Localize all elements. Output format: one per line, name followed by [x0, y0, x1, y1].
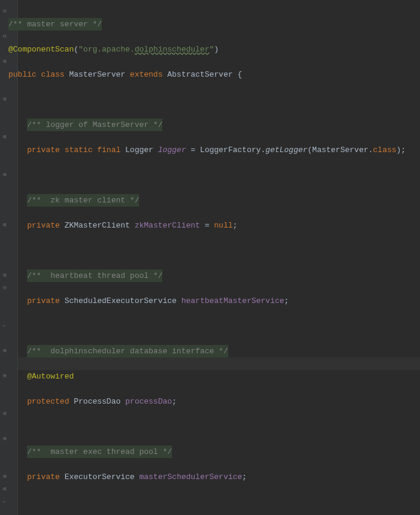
fold-minus-icon[interactable]: ⊟: [2, 8, 8, 14]
keyword: private: [27, 219, 64, 232]
fold-plus-icon[interactable]: ⊞: [2, 59, 8, 65]
text: ;: [172, 395, 177, 408]
comment: /** heartbeat thread pool */: [27, 269, 162, 282]
text: ;: [284, 295, 289, 307]
indent: [8, 269, 27, 282]
field: masterSchedulerService: [139, 471, 242, 483]
keyword: private: [27, 295, 64, 307]
indent: [8, 295, 27, 307]
text: ;: [233, 219, 238, 232]
type: ProcessDao: [74, 395, 125, 408]
field: logger: [158, 144, 191, 156]
fold-plus-icon[interactable]: ⊞: [2, 96, 8, 102]
indent: [8, 119, 27, 131]
fold-plus-icon[interactable]: ⊞: [2, 474, 8, 480]
text: =: [205, 219, 214, 232]
indent: [8, 370, 27, 383]
text: = LoggerFactory.: [191, 144, 265, 156]
code-editor-content[interactable]: /** master server */ @ComponentScan("org…: [8, 5, 409, 515]
class-name: MasterServer: [69, 68, 129, 81]
comment: /** master exec thread pool */: [27, 446, 172, 458]
fold-plus-icon[interactable]: ⊞: [2, 436, 8, 442]
keyword: extends: [130, 68, 167, 81]
text: (MasterServer.: [307, 144, 373, 156]
string: "org.apache.: [78, 43, 135, 56]
annotation: @Autowired: [27, 370, 74, 383]
string: ": [209, 43, 214, 56]
keyword: null: [214, 219, 232, 232]
keyword: private: [27, 471, 64, 483]
keyword: private static final: [27, 144, 125, 156]
type: ZKMasterClient: [65, 219, 135, 232]
indent: [8, 194, 27, 207]
fold-plus-icon[interactable]: ⊞: [2, 486, 8, 492]
fold-plus-icon[interactable]: ⊞: [2, 222, 8, 228]
keyword: public class: [8, 68, 69, 81]
indent: [8, 395, 27, 408]
indent: [8, 219, 27, 232]
fold-plus-icon[interactable]: ⊞: [2, 373, 8, 379]
type: Logger: [125, 144, 158, 156]
comment: /** dolphinscheduler database interface …: [27, 345, 228, 358]
comment: /** logger of MasterServer */: [27, 119, 162, 131]
fold-plus-icon[interactable]: ⊞: [2, 411, 8, 417]
keyword: class: [373, 144, 397, 156]
indent: [8, 144, 27, 156]
text: ;: [242, 471, 247, 483]
method: getLogger: [265, 144, 307, 156]
paren: (: [74, 43, 78, 56]
type: ScheduledExecutorService: [65, 295, 182, 307]
fold-end-icon[interactable]: ⌐: [2, 499, 8, 505]
field: processDao: [125, 395, 172, 408]
fold-plus-icon[interactable]: ⊞: [2, 272, 8, 278]
fold-end-icon[interactable]: ⌐: [2, 323, 8, 329]
fold-plus-icon[interactable]: ⊞: [2, 134, 8, 140]
field: zkMasterClient: [135, 219, 205, 232]
field: heartbeatMasterService: [182, 295, 285, 307]
indent: [8, 345, 27, 358]
fold-minus-icon[interactable]: ⊟: [2, 34, 8, 40]
keyword: protected: [27, 395, 74, 408]
comment: /** zk master client */: [27, 194, 139, 207]
text: );: [397, 144, 406, 156]
string-underlined: dolphinscheduler: [135, 43, 210, 56]
fold-plus-icon[interactable]: ⊞: [2, 348, 8, 354]
fold-minus-icon[interactable]: ⊟: [2, 285, 8, 291]
class-name: AbstractServer {: [167, 68, 242, 81]
indent: [8, 446, 27, 458]
paren: ): [214, 43, 219, 56]
type: ExecutorService: [65, 471, 140, 483]
comment: /** master server */: [8, 18, 102, 31]
annotation: @ComponentScan: [8, 43, 74, 56]
fold-plus-icon[interactable]: ⊞: [2, 172, 8, 178]
indent: [8, 471, 27, 483]
